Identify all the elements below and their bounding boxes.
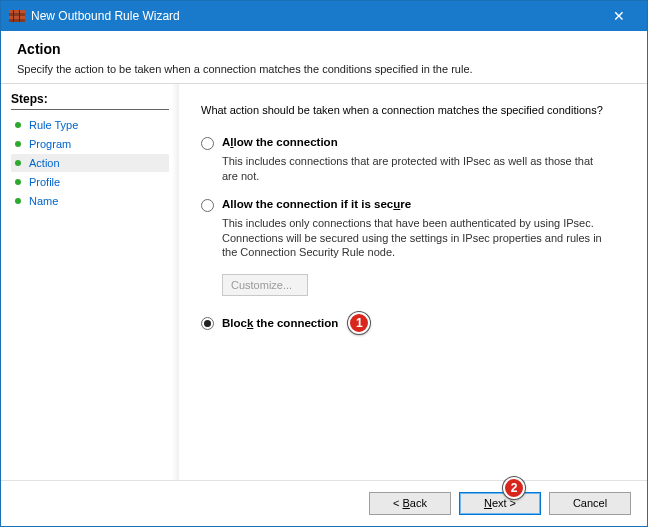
next-button[interactable]: Next > <box>459 492 541 515</box>
step-rule-type[interactable]: Rule Type <box>11 116 169 134</box>
page-heading: Action <box>17 41 631 57</box>
step-name[interactable]: Name <box>11 192 169 210</box>
customize-button: Customize... <box>222 274 308 296</box>
bullet-icon <box>15 122 21 128</box>
radio-allow[interactable] <box>201 137 214 150</box>
svg-rect-3 <box>13 10 14 22</box>
svg-rect-2 <box>9 16 25 19</box>
steps-heading: Steps: <box>11 92 169 110</box>
step-profile[interactable]: Profile <box>11 173 169 191</box>
page-subtext: Specify the action to be taken when a co… <box>17 63 631 75</box>
wizard-footer: 2 < Back Next > Cancel <box>1 480 647 526</box>
bullet-icon <box>15 141 21 147</box>
svg-rect-1 <box>9 10 25 13</box>
option-allow-title: Allow the connection <box>222 136 338 148</box>
option-allow-secure[interactable]: Allow the connection if it is secure <box>201 198 623 212</box>
cancel-button[interactable]: Cancel <box>549 492 631 515</box>
step-label: Program <box>29 138 71 150</box>
window-title: New Outbound Rule Wizard <box>31 9 599 23</box>
back-button[interactable]: < Back <box>369 492 451 515</box>
bullet-icon <box>15 160 21 166</box>
question-text: What action should be taken when a conne… <box>201 104 623 116</box>
steps-sidebar: Steps: Rule Type Program Action Profile … <box>1 84 179 480</box>
step-label: Rule Type <box>29 119 78 131</box>
radio-block[interactable] <box>201 317 214 330</box>
option-allow-secure-desc: This includes only connections that have… <box>222 216 602 261</box>
svg-rect-4 <box>19 10 20 22</box>
step-label: Profile <box>29 176 60 188</box>
radio-allow-secure[interactable] <box>201 199 214 212</box>
main-panel: What action should be taken when a conne… <box>179 84 647 480</box>
close-button[interactable]: ✕ <box>599 8 639 24</box>
wizard-header: Action Specify the action to be taken wh… <box>1 31 647 84</box>
step-program[interactable]: Program <box>11 135 169 153</box>
option-block[interactable]: Block the connection 1 <box>201 312 623 334</box>
step-label: Name <box>29 195 58 207</box>
step-label: Action <box>29 157 60 169</box>
titlebar: New Outbound Rule Wizard ✕ <box>1 1 647 31</box>
bullet-icon <box>15 179 21 185</box>
option-block-title: Block the connection <box>222 317 338 329</box>
annotation-2: 2 <box>503 477 525 499</box>
firewall-icon <box>9 8 25 24</box>
wizard-body: Steps: Rule Type Program Action Profile … <box>1 84 647 480</box>
step-action[interactable]: Action <box>11 154 169 172</box>
option-allow-secure-title: Allow the connection if it is secure <box>222 198 411 210</box>
option-allow[interactable]: Allow the connection <box>201 136 623 150</box>
bullet-icon <box>15 198 21 204</box>
option-allow-desc: This includes connections that are prote… <box>222 154 602 184</box>
annotation-1: 1 <box>348 312 370 334</box>
